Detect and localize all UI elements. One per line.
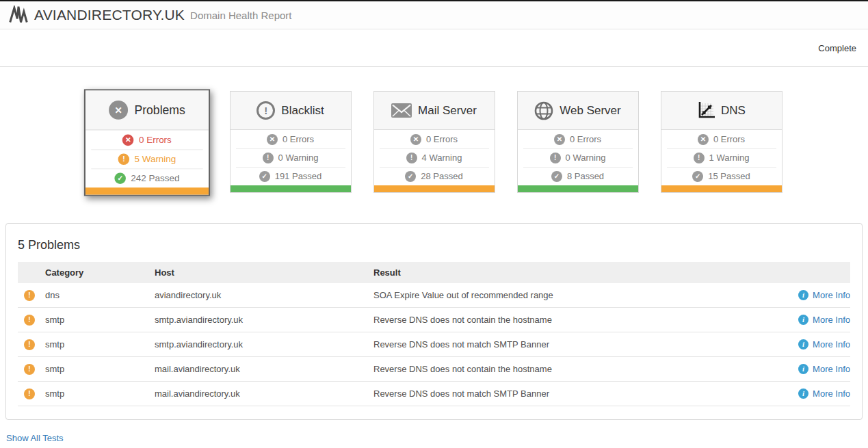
warning-circle-icon: ! xyxy=(550,153,561,163)
card-warning-row: ! 0 Warning xyxy=(231,148,351,167)
card-warning-row: ! 5 Warning xyxy=(85,149,208,168)
card-dns[interactable]: DNS ✕ 0 Errors ! 1 Warning ✓ 15 Passed xyxy=(661,91,782,193)
errors-count: 0 Errors xyxy=(138,135,171,146)
check-circle-icon: ✓ xyxy=(259,171,270,182)
card-passed-row: ✓ 15 Passed xyxy=(661,167,782,185)
brand-domain-name: AVIANDIRECTORY.UK xyxy=(34,7,185,23)
more-info-label: More Info xyxy=(813,315,850,325)
warning-circle-icon: ! xyxy=(118,153,129,165)
card-mail-server-header: Mail Server xyxy=(374,92,495,130)
card-blacklist[interactable]: ! Blacklist ✕ 0 Errors ! 0 Warning ✓ 191… xyxy=(230,91,352,193)
row-status-cell: ! xyxy=(18,339,45,350)
row-info-cell: i More Info xyxy=(765,364,850,374)
row-host: smtp.aviandirectory.uk xyxy=(155,339,373,350)
table-row: ! smtp smtp.aviandirectory.uk Reverse DN… xyxy=(18,308,850,332)
warning-circle-icon: ! xyxy=(694,153,705,163)
card-errors-row: ✕ 0 Errors xyxy=(231,130,351,148)
warning-circle-icon: ! xyxy=(24,364,35,375)
line-chart-icon xyxy=(697,102,715,120)
table-row: ! smtp mail.aviandirectory.uk Reverse DN… xyxy=(18,357,850,382)
row-status-cell: ! xyxy=(18,364,45,375)
warning-count: 5 Warning xyxy=(134,154,176,165)
more-info-label: More Info xyxy=(813,364,850,374)
summary-cards-row: ✕ Problems ✕ 0 Errors ! 5 Warning ✓ 242 … xyxy=(0,91,868,204)
row-result: Reverse DNS does not contain the hostnam… xyxy=(373,315,765,325)
card-warning-row: ! 1 Warning xyxy=(661,148,782,167)
row-host: aviandirectory.uk xyxy=(155,290,373,300)
error-circle-icon: ✕ xyxy=(554,134,565,145)
card-web-server[interactable]: Web Server ✕ 0 Errors ! 0 Warning ✓ 8 Pa… xyxy=(517,91,639,193)
table-row: ! dns aviandirectory.uk SOA Expire Value… xyxy=(18,283,850,308)
row-host: mail.aviandirectory.uk xyxy=(155,388,373,399)
globe-icon xyxy=(534,101,553,120)
card-blacklist-header: ! Blacklist xyxy=(231,92,351,130)
more-info-link[interactable]: i More Info xyxy=(798,364,850,374)
row-category: smtp xyxy=(45,388,155,399)
warning-count: 4 Warning xyxy=(422,153,462,163)
card-title: DNS xyxy=(721,104,746,118)
check-circle-icon: ✓ xyxy=(114,172,126,184)
row-category: dns xyxy=(45,290,155,300)
row-status-cell: ! xyxy=(18,315,45,326)
card-problems[interactable]: ✕ Problems ✕ 0 Errors ! 5 Warning ✓ 242 … xyxy=(83,89,209,196)
warning-count: 1 Warning xyxy=(709,153,750,163)
table-row: ! smtp smtp.aviandirectory.uk Reverse DN… xyxy=(18,332,850,357)
info-circle-icon: i xyxy=(798,315,808,325)
warning-count: 0 Warning xyxy=(278,153,319,163)
row-host: mail.aviandirectory.uk xyxy=(155,364,373,374)
more-info-link[interactable]: i More Info xyxy=(798,290,850,300)
row-result: Reverse DNS does not contain the hostnam… xyxy=(373,364,765,374)
card-status-bar xyxy=(661,185,782,192)
card-passed-row: ✓ 242 Passed xyxy=(85,168,208,187)
passed-count: 191 Passed xyxy=(275,171,322,181)
errors-count: 0 Errors xyxy=(713,134,745,144)
category-column-header: Category xyxy=(45,267,155,278)
warning-circle-icon: ! xyxy=(24,290,35,301)
row-info-cell: i More Info xyxy=(765,315,850,325)
problems-panel-title: 5 Problems xyxy=(18,238,850,252)
table-header-row: Category Host Result xyxy=(18,262,850,283)
status-bar: Complete xyxy=(0,29,868,67)
row-result: SOA Expire Value out of recommended rang… xyxy=(373,290,765,300)
table-row: ! smtp mail.aviandirectory.uk Reverse DN… xyxy=(18,382,850,406)
card-warning-row: ! 4 Warning xyxy=(374,148,495,167)
exclamation-ring-icon: ! xyxy=(257,101,275,120)
more-info-label: More Info xyxy=(813,339,850,350)
problems-panel: 5 Problems Category Host Result ! dns av… xyxy=(5,223,863,420)
more-info-link[interactable]: i More Info xyxy=(798,315,850,325)
card-title: Web Server xyxy=(560,104,620,118)
more-info-label: More Info xyxy=(813,290,850,300)
card-title: Problems xyxy=(134,103,185,118)
row-host: smtp.aviandirectory.uk xyxy=(155,315,373,325)
card-problems-header: ✕ Problems xyxy=(85,90,208,130)
card-passed-row: ✓ 28 Passed xyxy=(374,167,495,185)
host-column-header: Host xyxy=(155,267,373,278)
more-info-link[interactable]: i More Info xyxy=(798,388,850,399)
row-info-cell: i More Info xyxy=(765,388,850,399)
report-subtitle: Domain Health Report xyxy=(190,10,291,21)
row-category: smtp xyxy=(45,315,155,325)
row-category: smtp xyxy=(45,364,155,374)
row-status-cell: ! xyxy=(18,388,45,399)
error-circle-icon: ✕ xyxy=(267,134,278,145)
show-all-tests-link[interactable]: Show All Tests xyxy=(6,433,64,443)
more-info-link[interactable]: i More Info xyxy=(798,339,850,350)
card-status-bar xyxy=(518,185,638,192)
warning-circle-icon: ! xyxy=(24,315,35,326)
envelope-icon xyxy=(391,103,412,118)
card-mail-server[interactable]: Mail Server ✕ 0 Errors ! 4 Warning ✓ 28 … xyxy=(373,91,495,193)
card-title: Mail Server xyxy=(418,104,477,118)
check-circle-icon: ✓ xyxy=(692,171,703,182)
card-errors-row: ✕ 0 Errors xyxy=(374,130,495,148)
card-passed-row: ✓ 8 Passed xyxy=(518,167,638,185)
card-title: Blacklist xyxy=(281,104,324,118)
row-result: Reverse DNS does not match SMTP Banner xyxy=(373,388,765,399)
brand: AVIANDIRECTORY.UK Domain Health Report xyxy=(9,5,291,25)
card-passed-row: ✓ 191 Passed xyxy=(231,167,351,185)
errors-count: 0 Errors xyxy=(570,134,601,144)
result-column-header: Result xyxy=(373,267,765,278)
card-errors-row: ✕ 0 Errors xyxy=(661,130,782,148)
passed-count: 8 Passed xyxy=(567,171,604,181)
error-circle-icon: ✕ xyxy=(698,134,709,145)
warning-circle-icon: ! xyxy=(24,388,35,399)
